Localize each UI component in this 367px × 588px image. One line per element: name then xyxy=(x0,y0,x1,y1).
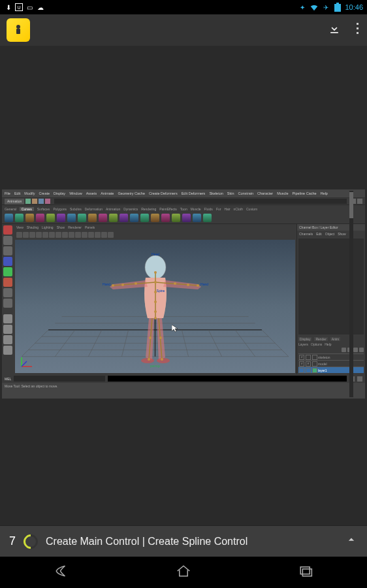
view-tool-icon[interactable] xyxy=(49,232,55,238)
view-menu-panels[interactable]: Panels xyxy=(85,225,95,229)
shelf-icon[interactable] xyxy=(203,214,212,222)
layout-four-icon[interactable] xyxy=(3,325,12,334)
view-menu-view[interactable]: View xyxy=(16,225,24,229)
shelf-icon[interactable] xyxy=(46,214,55,222)
status-icon[interactable] xyxy=(45,199,50,204)
cmd-btn-icon[interactable] xyxy=(357,376,362,382)
ch-tab[interactable]: Show xyxy=(338,232,346,236)
layout-outliner-icon[interactable] xyxy=(3,346,12,355)
layer-tab-render[interactable]: Render xyxy=(314,337,327,341)
layer-color-icon[interactable] xyxy=(312,368,317,373)
layer-tab-anim[interactable]: Anim xyxy=(330,337,340,341)
shelf-tab[interactable]: Fluids xyxy=(204,207,213,211)
shelf-icon[interactable] xyxy=(151,214,159,222)
view-menu-lighting[interactable]: Lighting xyxy=(42,225,54,229)
shelf-icon[interactable] xyxy=(88,214,97,222)
layer-row-selected[interactable]: layer1 xyxy=(298,367,364,373)
shelf-tab[interactable]: Surfaces xyxy=(37,207,50,211)
view-menu-show[interactable]: Show xyxy=(57,225,65,229)
menu-character[interactable]: Character xyxy=(257,191,273,195)
paint-tool-icon[interactable] xyxy=(3,246,12,255)
shelf-icon[interactable] xyxy=(109,214,118,222)
shelf-tab[interactable]: General xyxy=(5,207,16,211)
app-icon[interactable] xyxy=(7,18,30,42)
menu-file[interactable]: File xyxy=(5,191,10,195)
layer-tab-display[interactable]: Display xyxy=(298,337,311,341)
shelf-icon[interactable] xyxy=(193,214,201,222)
view-tool-icon[interactable] xyxy=(36,232,42,238)
menu-create[interactable]: Create xyxy=(39,191,50,195)
shelf-tab[interactable]: Muscle xyxy=(191,207,201,211)
menu-createdeformers[interactable]: Create Deformers xyxy=(149,191,178,195)
shelf-tab[interactable]: Hair xyxy=(224,207,230,211)
shelf-icon[interactable] xyxy=(5,214,13,222)
view-tool-icon[interactable] xyxy=(29,232,35,238)
shelf-icon[interactable] xyxy=(130,214,138,222)
view-tool-icon[interactable] xyxy=(75,232,81,238)
shelf-tab[interactable]: Fur xyxy=(216,207,221,211)
shelf-icon[interactable] xyxy=(120,214,128,222)
status-icon[interactable] xyxy=(25,199,31,204)
shelf-icon[interactable] xyxy=(182,214,191,222)
status-icon[interactable] xyxy=(357,199,362,204)
menu-display[interactable]: Display xyxy=(54,191,65,195)
scale-tool-icon[interactable] xyxy=(3,278,12,287)
layer-vis-icon[interactable]: V xyxy=(299,355,304,360)
layer-opt[interactable]: Help xyxy=(325,342,331,346)
view-tool-icon[interactable] xyxy=(95,232,101,238)
select-tool-icon[interactable] xyxy=(3,225,12,235)
menu-pipelinecache[interactable]: Pipeline Cache xyxy=(293,191,317,195)
move-tool-icon[interactable] xyxy=(3,257,12,266)
ch-tab[interactable]: Edit xyxy=(316,232,322,236)
shelf-tab[interactable]: nCloth xyxy=(234,207,243,211)
menu-skeleton[interactable]: Skeleton xyxy=(209,191,223,195)
back-button[interactable] xyxy=(52,562,71,583)
overflow-menu-button[interactable] xyxy=(357,22,360,39)
menu-muscle[interactable]: Muscle xyxy=(277,191,288,195)
menu-constrain[interactable]: Constrain xyxy=(238,191,253,195)
menu-animate[interactable]: Animate xyxy=(101,191,114,195)
menu-assets[interactable]: Assets xyxy=(86,191,97,195)
layout-persp-icon[interactable] xyxy=(3,335,12,344)
menu-window[interactable]: Window xyxy=(69,191,82,195)
rotate-tool-icon[interactable] xyxy=(3,267,12,276)
view-tool-icon[interactable] xyxy=(23,232,29,238)
view-tool-icon[interactable] xyxy=(56,232,61,238)
scrollbar-thumb[interactable] xyxy=(349,192,353,218)
ch-tab[interactable]: Channels xyxy=(299,232,313,236)
view-tool-icon[interactable] xyxy=(42,232,48,238)
layer-new-icon[interactable] xyxy=(359,348,364,352)
menu-help[interactable]: Help xyxy=(321,191,328,195)
view-tool-icon[interactable] xyxy=(16,232,22,238)
shelf-tab[interactable]: Toon xyxy=(180,207,187,211)
view-tool-icon[interactable] xyxy=(108,232,114,238)
menu-modify[interactable]: Modify xyxy=(24,191,35,195)
layer-row[interactable]: Vskeleton xyxy=(298,353,364,360)
menu-editdeformers[interactable]: Edit Deformers xyxy=(182,191,206,195)
layer-vis-icon[interactable]: V xyxy=(299,361,304,367)
view-menu-renderer[interactable]: Renderer xyxy=(68,225,82,229)
layer-opt[interactable]: Layers xyxy=(298,342,308,346)
view-tool-icon[interactable] xyxy=(101,232,107,238)
view-tool-icon[interactable] xyxy=(62,232,68,238)
shelf-tab[interactable]: PaintEffects xyxy=(159,207,177,211)
download-button[interactable] xyxy=(328,22,341,39)
layer-ref-icon[interactable] xyxy=(306,355,311,360)
shelf-tab[interactable]: Rendering xyxy=(141,207,156,211)
view-menu-shading[interactable]: Shading xyxy=(27,225,39,229)
command-field[interactable] xyxy=(54,199,347,204)
home-button[interactable] xyxy=(174,562,193,583)
view-tool-icon[interactable] xyxy=(82,232,88,238)
layer-ref-icon[interactable] xyxy=(306,368,311,373)
viewport-3d[interactable]: Head Spine Hand Hand persp xyxy=(15,240,295,373)
menu-edit[interactable]: Edit xyxy=(14,191,20,195)
shelf-icon[interactable] xyxy=(99,214,107,222)
shelf-icon[interactable] xyxy=(57,214,65,222)
cmd-input[interactable] xyxy=(14,376,105,382)
shelf-icon[interactable] xyxy=(161,214,170,222)
layer-opt[interactable]: Options xyxy=(311,342,322,346)
layout-single-icon[interactable] xyxy=(3,314,12,323)
shelf-icon[interactable] xyxy=(25,214,34,222)
layer-color-icon[interactable] xyxy=(312,355,317,360)
shelf-icon[interactable] xyxy=(140,214,149,222)
